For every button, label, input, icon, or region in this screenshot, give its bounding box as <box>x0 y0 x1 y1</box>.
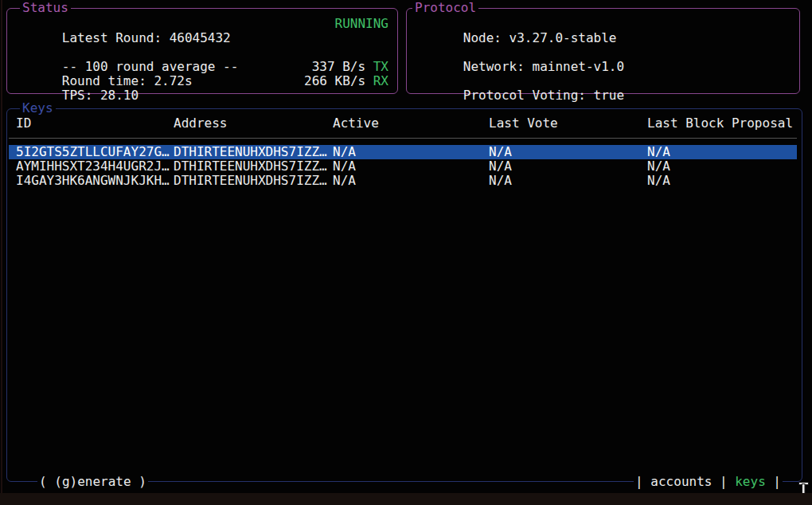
key-active: N/A <box>333 159 356 174</box>
key-address: DTHIRTEENUHXDHS7IZZ… <box>174 145 327 159</box>
column-header-last-vote: Last Vote <box>489 116 558 131</box>
protocol-panel-title: Protocol <box>412 1 478 15</box>
window-edge-bottom <box>0 493 812 505</box>
terminal-screen: Status Latest Round: 46045432 RUNNING --… <box>0 0 812 505</box>
status-panel: Status Latest Round: 46045432 RUNNING --… <box>6 8 398 94</box>
latest-round-value: Latest Round: 46045432 <box>62 30 231 45</box>
rx-label: RX <box>373 74 388 88</box>
column-header-id: ID <box>16 116 31 131</box>
key-active: N/A <box>333 145 356 159</box>
key-last-block-proposal: N/A <box>647 159 670 174</box>
key-id: I4GAY3HK6ANGWNJKJKH… <box>16 174 170 188</box>
column-header-address: Address <box>174 116 227 131</box>
column-header-active: Active <box>333 116 379 131</box>
key-address: DTHIRTEENUHXDHS7IZZ… <box>174 159 327 174</box>
key-last-vote: N/A <box>489 159 512 174</box>
keys-panel: Keys ID Address Active Last Vote Last Bl… <box>6 108 802 482</box>
tx-label: TX <box>373 60 388 74</box>
status-running-badge: RUNNING <box>335 17 388 31</box>
table-row[interactable]: I4GAY3HK6ANGWNJKJKH… DTHIRTEENUHXDHS7IZZ… <box>9 174 797 188</box>
column-header-last-block-proposal: Last Block Proposal <box>647 116 793 131</box>
rx-rate-value: 266 KB/s <box>304 74 365 88</box>
key-last-vote: N/A <box>489 145 512 159</box>
key-active: N/A <box>333 174 356 188</box>
protocol-panel: Protocol Node: v3.27.0-stable Network: m… <box>406 8 800 94</box>
network-line: Network: mainnet-v1.0 <box>417 45 791 60</box>
keys-table-header: ID Address Active Last Vote Last Block P… <box>9 116 797 131</box>
table-row[interactable]: AYMIHHSXT234H4UGR2J… DTHIRTEENUHXDHS7IZZ… <box>9 159 797 174</box>
tps-value: TPS: 28.10 <box>62 88 139 103</box>
key-last-vote: N/A <box>489 174 512 188</box>
round-time-line: Round time: 2.72s 337 B/s TX <box>16 60 388 74</box>
latest-round-line: Latest Round: 46045432 RUNNING <box>16 17 388 31</box>
keys-panel-title: Keys <box>20 101 56 115</box>
node-version-line: Node: v3.27.0-stable <box>417 17 791 31</box>
tab-keys[interactable]: keys <box>735 475 766 489</box>
generate-button[interactable]: ( (g)enerate ) <box>37 475 148 489</box>
key-last-block-proposal: N/A <box>647 145 670 159</box>
table-row[interactable]: 5I2GTS5ZTLLCUFAY27G… DTHIRTEENUHXDHS7IZZ… <box>9 145 797 159</box>
tab-separator: | <box>720 475 728 489</box>
tab-accounts[interactable]: accounts <box>650 475 712 489</box>
header-divider <box>9 138 797 139</box>
view-tabbar: | accounts | keys | <box>634 475 783 489</box>
key-id: 5I2GTS5ZTLLCUFAY27G… <box>16 145 170 159</box>
key-address: DTHIRTEENUHXDHS7IZZ… <box>174 174 327 188</box>
protocol-voting-line: Protocol Voting: true <box>417 74 791 88</box>
tab-separator: | <box>773 475 781 489</box>
tab-separator: | <box>635 475 643 489</box>
key-id: AYMIHHSXT234H4UGR2J… <box>16 159 170 174</box>
window-edge-left <box>1 0 2 505</box>
tps-line: TPS: 28.10 266 KB/s RX <box>16 74 388 88</box>
round-average-header: -- 100 round average -- <box>16 45 388 60</box>
status-panel-title: Status <box>20 1 71 15</box>
tx-rate-value: 337 B/s <box>312 60 365 74</box>
key-last-block-proposal: N/A <box>647 174 670 188</box>
